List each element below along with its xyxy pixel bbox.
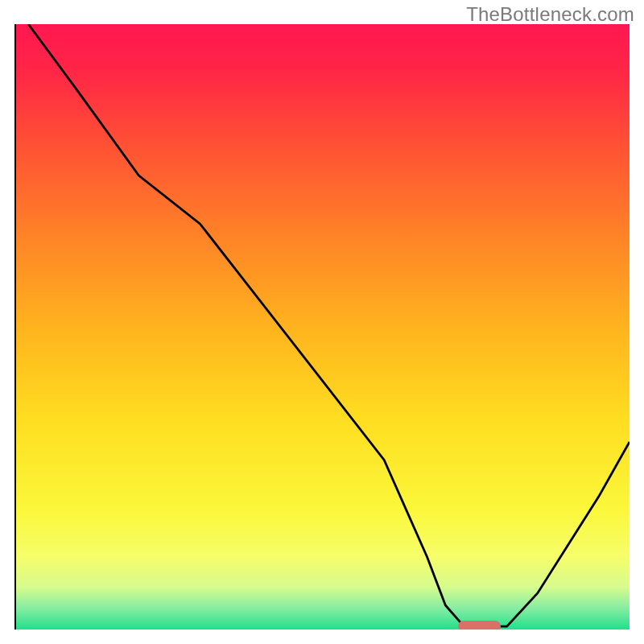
watermark-text: TheBottleneck.com [466,3,634,26]
plot-area [16,24,630,630]
chart-container: TheBottleneck.com [0,0,644,644]
bottleneck-curve [16,24,630,630]
optimum-marker [458,621,501,630]
